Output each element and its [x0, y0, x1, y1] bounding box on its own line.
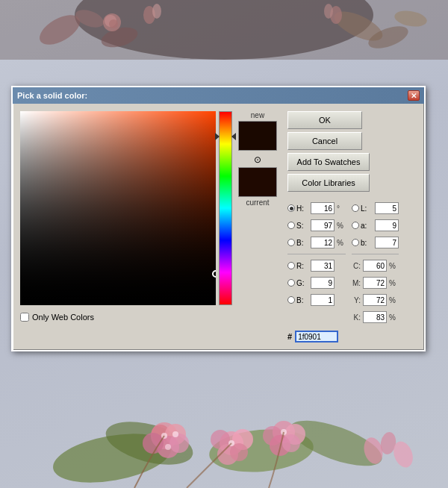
button-row: OK Cancel Add To Swatches Color Librarie… [287, 111, 448, 192]
s-radio-dot [287, 222, 295, 229]
b2-input[interactable] [311, 294, 335, 306]
hex-row: # [287, 331, 448, 342]
r-row: R: [287, 258, 346, 273]
k-row: K: % [352, 310, 399, 325]
color-picker-dialog: Pick a solid color: ✕ [11, 86, 426, 351]
lab-cmyk-col: L: a: [352, 201, 399, 325]
a-radio[interactable]: a: [352, 222, 373, 230]
svg-point-24 [143, 433, 164, 454]
lab-b-input[interactable] [375, 237, 399, 248]
g-row: G: [287, 275, 346, 290]
s-row: S: % [287, 218, 346, 233]
h-radio-dot [287, 204, 295, 212]
divider1 [287, 254, 346, 254]
y-row: Y: % [352, 293, 399, 307]
r-input[interactable] [311, 260, 335, 272]
l-radio-dot [352, 204, 359, 212]
k-input[interactable] [363, 311, 387, 323]
hue-slider[interactable] [219, 111, 232, 305]
floral-bottom-decoration [0, 369, 448, 488]
b2-label: B: [296, 296, 303, 304]
s-radio[interactable]: S: [287, 222, 308, 230]
h-unit: ° [337, 204, 346, 213]
r-radio[interactable]: R: [287, 262, 308, 270]
svg-point-14 [324, 4, 333, 19]
svg-point-27 [165, 444, 171, 450]
dialog-titlebar: Pick a solid color: ✕ [13, 87, 424, 104]
a-label: a: [361, 222, 367, 230]
lab-b-row: b: [352, 235, 399, 250]
a-input[interactable] [375, 219, 399, 231]
c-input[interactable] [363, 260, 387, 272]
y-input[interactable] [363, 294, 387, 306]
eyedropper-icon[interactable]: ⊙ [252, 154, 264, 166]
y-unit: % [389, 296, 398, 304]
divider2 [352, 254, 399, 254]
lab-b-label: b: [361, 239, 367, 247]
m-unit: % [389, 279, 398, 287]
g-radio-dot [287, 279, 295, 287]
color-picker-area: new ⊙ current Only Web Colors [20, 111, 280, 342]
ok-button[interactable]: OK [287, 111, 362, 129]
preview-col: new ⊙ current [235, 111, 280, 305]
svg-point-26 [172, 431, 178, 437]
r-label: R: [296, 262, 304, 270]
add-to-swatches-button[interactable]: Add To Swatches [287, 153, 370, 171]
h-row: H: ° [287, 201, 346, 216]
b-radio-dot [287, 239, 295, 246]
preview-current-swatch [238, 167, 277, 197]
svg-point-12 [152, 4, 161, 19]
y-label: Y: [352, 296, 361, 304]
only-web-row: Only Web Colors [20, 313, 280, 322]
g-input[interactable] [311, 277, 335, 289]
c-row: C: % [352, 258, 399, 273]
h-radio[interactable]: H: [287, 204, 308, 213]
only-web-label: Only Web Colors [32, 313, 94, 322]
svg-point-23 [169, 434, 189, 453]
hsb-rgb-col: H: ° S: % [287, 201, 346, 325]
preview-current-label: current [246, 198, 269, 207]
controls-area: OK Cancel Add To Swatches Color Librarie… [287, 111, 448, 342]
hue-arrow-right [231, 133, 236, 140]
cancel-button[interactable]: Cancel [287, 132, 362, 150]
close-button[interactable]: ✕ [408, 90, 420, 101]
picker-row: new ⊙ current [20, 111, 280, 305]
b-label: B: [296, 239, 303, 247]
g-label: G: [296, 279, 305, 287]
l-input[interactable] [375, 202, 399, 214]
only-web-checkbox[interactable] [20, 313, 29, 322]
c-unit: % [389, 262, 398, 270]
s-input[interactable] [311, 219, 335, 231]
s-unit: % [337, 222, 346, 230]
lab-b-radio-dot [352, 239, 359, 246]
hue-arrow-left [215, 133, 220, 140]
hex-input[interactable] [295, 331, 338, 342]
hue-slider-container [219, 111, 232, 305]
h-input[interactable] [311, 202, 335, 214]
b-input[interactable] [311, 237, 335, 248]
color-libraries-button[interactable]: Color Libraries [287, 174, 370, 192]
b2-radio[interactable]: B: [287, 296, 308, 304]
l-label: L: [361, 204, 367, 213]
lab-b-radio[interactable]: b: [352, 239, 373, 247]
k-label: K: [352, 313, 361, 322]
c-label: C: [352, 262, 361, 270]
m-row: M: % [352, 275, 399, 290]
color-gradient[interactable] [20, 111, 216, 305]
b2-row: B: [287, 293, 346, 307]
r-radio-dot [287, 262, 295, 269]
values-section: H: ° S: % [287, 201, 448, 325]
m-label: M: [352, 279, 361, 287]
k-unit: % [389, 313, 398, 322]
a-radio-dot [352, 222, 359, 229]
l-row: L: [352, 201, 399, 216]
b2-radio-dot [287, 296, 295, 304]
g-radio[interactable]: G: [287, 279, 308, 287]
l-radio[interactable]: L: [352, 204, 373, 213]
gradient-inner [20, 111, 216, 305]
m-input[interactable] [363, 277, 387, 289]
svg-point-7 [109, 19, 118, 28]
a-row: a: [352, 218, 399, 233]
b-radio[interactable]: B: [287, 239, 308, 247]
picker-circle [212, 270, 216, 278]
